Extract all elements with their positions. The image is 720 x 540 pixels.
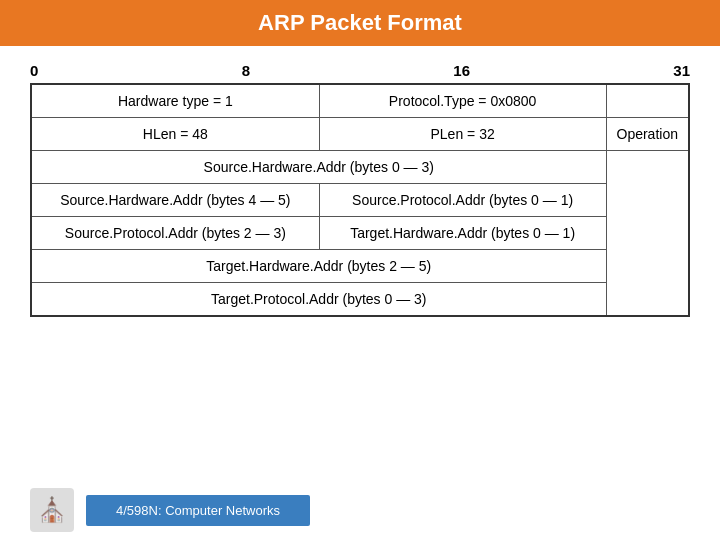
- table-row: Source.Hardware.Addr (bytes 0 — 3): [31, 151, 689, 184]
- bit-labels: 0 8 16 31: [30, 56, 690, 83]
- src-hw-addr-45-cell: Source.Hardware.Addr (bytes 4 — 5): [31, 184, 319, 217]
- hlen-cell: HLen = 48: [31, 118, 319, 151]
- bit-16: 16: [453, 62, 470, 79]
- table-row: Target.Hardware.Addr (bytes 2 — 5): [31, 250, 689, 283]
- table-row: Target.Protocol.Addr (bytes 0 — 3): [31, 283, 689, 317]
- protocol-type-cell: Protocol.Type = 0x0800: [319, 84, 606, 118]
- tgt-proto-addr-cell: Target.Protocol.Addr (bytes 0 — 3): [31, 283, 606, 317]
- footer-course-label: 4/598N: Computer Networks: [86, 495, 310, 526]
- table-row: Source.Protocol.Addr (bytes 2 — 3) Targe…: [31, 217, 689, 250]
- main-content: 0 8 16 31 Hardware type = 1 Protocol.Typ…: [0, 46, 720, 327]
- bit-0: 0: [30, 62, 38, 79]
- packet-format-table: Hardware type = 1 Protocol.Type = 0x0800…: [30, 83, 690, 317]
- tgt-hw-addr-01-cell: Target.Hardware.Addr (bytes 0 — 1): [319, 217, 606, 250]
- plen-cell: PLen = 32: [319, 118, 606, 151]
- footer: ⛪ 4/598N: Computer Networks: [0, 480, 720, 540]
- operation-cell: Operation: [606, 118, 689, 151]
- page-title: ARP Packet Format: [0, 0, 720, 46]
- footer-logo: ⛪: [30, 488, 74, 532]
- table-row: Hardware type = 1 Protocol.Type = 0x0800: [31, 84, 689, 118]
- src-proto-addr-01-cell: Source.Protocol.Addr (bytes 0 — 1): [319, 184, 606, 217]
- src-proto-addr-23-cell: Source.Protocol.Addr (bytes 2 — 3): [31, 217, 319, 250]
- table-row: HLen = 48 PLen = 32 Operation: [31, 118, 689, 151]
- hardware-type-cell: Hardware type = 1: [31, 84, 319, 118]
- bit-31: 31: [673, 62, 690, 79]
- table-row: Source.Hardware.Addr (bytes 4 — 5) Sourc…: [31, 184, 689, 217]
- src-hw-addr-03-cell: Source.Hardware.Addr (bytes 0 — 3): [31, 151, 606, 184]
- bit-8: 8: [242, 62, 250, 79]
- tgt-hw-addr-25-cell: Target.Hardware.Addr (bytes 2 — 5): [31, 250, 606, 283]
